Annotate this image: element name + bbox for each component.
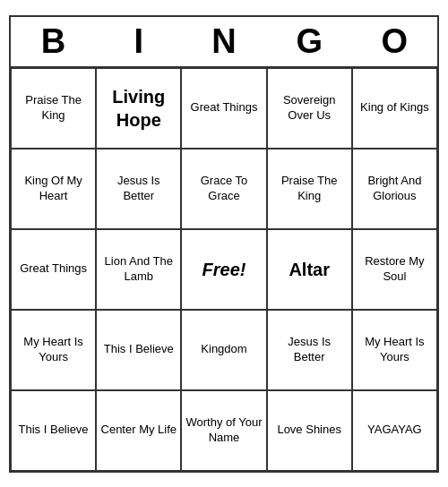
bingo-cell-r4-c1[interactable]: Center My Life xyxy=(96,390,181,471)
bingo-cell-r1-c4[interactable]: Bright And Glorious xyxy=(352,149,437,229)
bingo-cell-r0-c2[interactable]: Great Things xyxy=(181,68,266,149)
bingo-cell-r1-c2[interactable]: Grace To Grace xyxy=(181,149,266,229)
bingo-cell-r1-c3[interactable]: Praise The King xyxy=(267,149,352,229)
bingo-cell-r4-c0[interactable]: This I Believe xyxy=(11,390,96,471)
bingo-cell-r2-c4[interactable]: Restore My Soul xyxy=(352,229,437,310)
bingo-header-letter: N xyxy=(181,17,266,68)
bingo-cell-r3-c0[interactable]: My Heart Is Yours xyxy=(11,310,96,390)
bingo-header: BINGO xyxy=(11,17,437,68)
bingo-cell-r3-c3[interactable]: Jesus Is Better xyxy=(267,310,352,390)
bingo-cell-r2-c0[interactable]: Great Things xyxy=(11,229,96,310)
bingo-header-letter: G xyxy=(267,17,352,68)
bingo-cell-r0-c0[interactable]: Praise The King xyxy=(11,68,96,149)
bingo-cell-r0-c4[interactable]: King of Kings xyxy=(352,68,437,149)
bingo-cell-r2-c3[interactable]: Altar xyxy=(267,229,352,310)
bingo-cell-r2-c2[interactable]: Free! xyxy=(181,229,266,310)
bingo-header-letter: O xyxy=(352,17,437,68)
bingo-cell-r3-c1[interactable]: This I Believe xyxy=(96,310,181,390)
bingo-cell-r0-c1[interactable]: Living Hope xyxy=(96,68,181,149)
bingo-cell-r0-c3[interactable]: Sovereign Over Us xyxy=(267,68,352,149)
bingo-grid: Praise The KingLiving HopeGreat ThingsSo… xyxy=(11,68,437,471)
bingo-header-letter: B xyxy=(11,17,96,68)
bingo-cell-r1-c0[interactable]: King Of My Heart xyxy=(11,149,96,229)
bingo-cell-r1-c1[interactable]: Jesus Is Better xyxy=(96,149,181,229)
bingo-card: BINGO Praise The KingLiving HopeGreat Th… xyxy=(9,15,439,473)
bingo-cell-r4-c4[interactable]: YAGAYAG xyxy=(352,390,437,471)
bingo-header-letter: I xyxy=(96,17,181,68)
bingo-cell-r3-c4[interactable]: My Heart Is Yours xyxy=(352,310,437,390)
bingo-cell-r4-c2[interactable]: Worthy of Your Name xyxy=(181,390,266,471)
bingo-cell-r3-c2[interactable]: Kingdom xyxy=(181,310,266,390)
bingo-cell-r2-c1[interactable]: Lion And The Lamb xyxy=(96,229,181,310)
bingo-cell-r4-c3[interactable]: Love Shines xyxy=(267,390,352,471)
